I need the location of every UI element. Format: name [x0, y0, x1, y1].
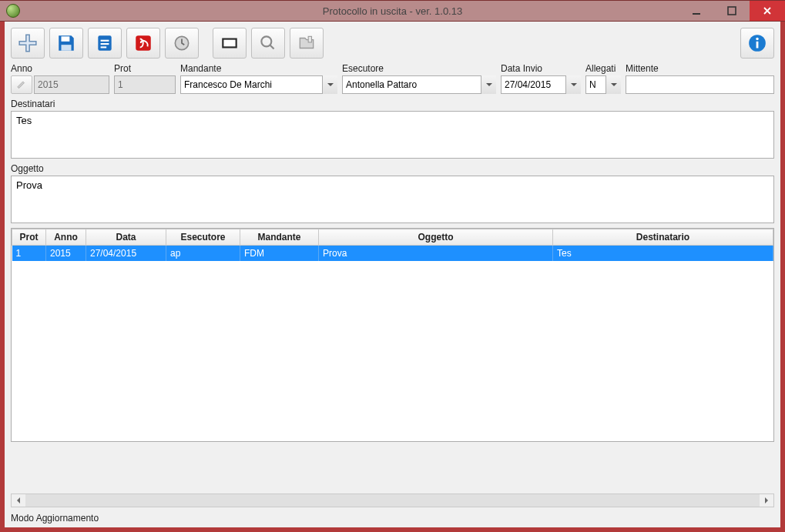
svg-rect-15	[756, 42, 759, 49]
scroll-left-button[interactable]	[12, 494, 25, 507]
col-esecutore[interactable]: Esecutore	[166, 229, 240, 246]
app-icon	[6, 4, 20, 18]
save-button[interactable]	[49, 28, 83, 59]
svg-rect-0	[693, 13, 700, 15]
attach-button[interactable]	[290, 28, 324, 59]
title-bar: Protocollo in uscita - ver. 1.0.13	[0, 0, 785, 22]
status-bar: Modo Aggiornamento	[5, 510, 780, 527]
oggetto-textarea[interactable]	[11, 176, 774, 223]
toolbar	[5, 22, 780, 63]
pdf-button[interactable]	[126, 28, 160, 59]
mittente-label: Mittente	[626, 63, 774, 74]
col-destinatario[interactable]: Destinatario	[553, 229, 773, 246]
col-oggetto[interactable]: Oggetto	[319, 229, 553, 246]
svg-rect-1	[728, 7, 736, 15]
col-prot[interactable]: Prot	[12, 229, 46, 246]
prot-label: Prot	[114, 63, 176, 74]
minimize-button[interactable]	[679, 1, 714, 21]
close-button[interactable]	[750, 1, 785, 21]
maximize-button[interactable]	[714, 1, 750, 21]
svg-rect-6	[101, 43, 109, 45]
plus-icon	[18, 33, 38, 53]
mandante-combo[interactable]	[180, 75, 337, 94]
svg-rect-5	[101, 40, 109, 42]
horizontal-scrollbar[interactable]	[11, 494, 774, 507]
svg-point-14	[756, 38, 758, 40]
cell-destinatario: Tes	[553, 246, 773, 261]
pencil-icon	[16, 79, 27, 90]
log-button[interactable]	[165, 28, 199, 59]
prot-field[interactable]	[114, 75, 176, 94]
info-icon	[747, 33, 767, 53]
data-invio-label: Data Invio	[501, 63, 581, 74]
cell-data: 27/04/2015	[86, 246, 166, 261]
col-mandante[interactable]: Mandante	[240, 229, 319, 246]
allegati-label: Allegati	[585, 63, 621, 74]
svg-rect-10	[223, 39, 236, 48]
anno-label: Anno	[11, 63, 109, 74]
chevron-down-icon[interactable]	[565, 75, 581, 94]
save-icon	[56, 33, 76, 53]
table-row[interactable]: 1 2015 27/04/2015 ap FDM Prova Tes	[12, 246, 773, 261]
rectangle-icon	[220, 33, 240, 53]
mandante-label: Mandante	[180, 63, 337, 74]
oggetto-label: Oggetto	[5, 163, 780, 174]
destinatari-label: Destinatari	[5, 99, 780, 109]
svg-rect-3	[62, 45, 72, 51]
cell-prot: 1	[12, 246, 46, 261]
search-icon	[258, 33, 278, 53]
document-button[interactable]	[88, 28, 122, 59]
pdf-icon	[133, 33, 153, 53]
scroll-track[interactable]	[25, 494, 760, 507]
svg-rect-7	[101, 46, 107, 48]
folder-icon	[297, 33, 317, 53]
esecutore-combo[interactable]	[342, 75, 496, 94]
scroll-right-button[interactable]	[760, 494, 773, 507]
add-button[interactable]	[11, 28, 45, 59]
window-title: Protocollo in uscita - ver. 1.0.13	[0, 5, 785, 17]
mittente-field[interactable]	[626, 75, 774, 94]
search-button[interactable]	[251, 28, 285, 59]
info-button[interactable]	[740, 28, 774, 59]
grid-header-row[interactable]: Prot Anno Data Esecutore Mandante Oggett…	[12, 229, 773, 246]
records-grid[interactable]: Prot Anno Data Esecutore Mandante Oggett…	[11, 228, 774, 442]
esecutore-label: Esecutore	[342, 63, 496, 74]
col-anno[interactable]: Anno	[46, 229, 86, 246]
document-icon	[95, 33, 115, 53]
destinatari-textarea[interactable]	[11, 111, 774, 159]
form-row: Anno Prot Mandante Esecutore	[5, 63, 780, 99]
chevron-down-icon[interactable]	[606, 75, 621, 94]
chevron-down-icon[interactable]	[481, 75, 496, 94]
svg-rect-2	[62, 36, 70, 42]
cell-anno: 2015	[46, 246, 86, 261]
edit-anno-button[interactable]	[11, 75, 32, 94]
clock-icon	[172, 33, 192, 53]
anno-field[interactable]	[34, 75, 109, 94]
client-area: Anno Prot Mandante Esecutore	[5, 22, 780, 527]
cell-oggetto: Prova	[319, 246, 553, 261]
cell-mandante: FDM	[240, 246, 319, 261]
chevron-down-icon[interactable]	[322, 75, 337, 94]
col-data[interactable]: Data	[86, 229, 166, 246]
cell-esecutore: ap	[166, 246, 240, 261]
svg-rect-12	[308, 36, 311, 42]
view-button[interactable]	[213, 28, 247, 59]
status-text: Modo Aggiornamento	[11, 513, 99, 524]
